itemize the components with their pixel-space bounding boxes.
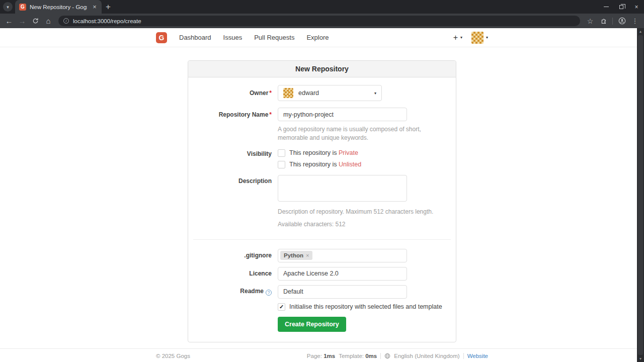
- check-icon: ✓: [279, 304, 284, 310]
- globe-icon: [384, 353, 390, 359]
- visibility-row: Visibility This repository is Private Th…: [193, 149, 451, 168]
- scroll-up-icon[interactable]: ▲: [639, 28, 642, 35]
- nav-item-explore[interactable]: Explore: [300, 34, 335, 41]
- submit-row: Create Repository: [193, 317, 451, 332]
- gogs-favicon-icon: G: [19, 4, 26, 11]
- init-label: Initialise this repository with selected…: [289, 303, 442, 310]
- user-menu-dropdown[interactable]: ▾: [471, 32, 488, 44]
- chevron-down-icon: ▾: [7, 5, 9, 10]
- tab-title: New Repository - Gogs: [30, 4, 87, 10]
- close-button[interactable]: ×: [629, 0, 644, 14]
- caret-down-icon: ▾: [486, 35, 488, 40]
- repo-name-row: Repository Name* A good repository name …: [193, 108, 451, 143]
- page-title: New Repository: [188, 61, 456, 77]
- gitignore-tag: Python ×: [280, 251, 312, 260]
- init-row: ✓ Initialise this repository with select…: [193, 303, 451, 311]
- required-marker: *: [269, 89, 272, 97]
- profile-button[interactable]: [616, 15, 628, 27]
- licence-row: Licence: [193, 267, 451, 281]
- forward-button[interactable]: →: [16, 15, 28, 27]
- gitignore-input[interactable]: Python ×: [278, 249, 407, 262]
- readme-row: Readme?: [193, 285, 451, 299]
- new-repository-panel: New Repository Owner* edward ▾ Repositor…: [188, 60, 456, 342]
- user-avatar: [471, 32, 484, 44]
- scrollbar-thumb[interactable]: [638, 35, 643, 355]
- profile-icon: [618, 17, 626, 25]
- chevron-down-icon: ▾: [374, 91, 376, 96]
- owner-row: Owner* edward ▾: [193, 85, 451, 101]
- page-time: Page: 1ms: [307, 353, 335, 359]
- licence-input[interactable]: [278, 267, 407, 281]
- minimize-icon: [604, 7, 609, 7]
- owner-avatar: [283, 88, 293, 98]
- description-help: Description of repository. Maximum 512 c…: [278, 208, 444, 216]
- gogs-logo-icon[interactable]: G: [156, 32, 167, 43]
- private-option: This repository is Private: [278, 149, 451, 157]
- unlisted-option: This repository is Unlisted: [278, 161, 451, 168]
- restore-button[interactable]: [614, 0, 629, 14]
- unlisted-checkbox[interactable]: [278, 161, 285, 168]
- readme-label: Readme?: [193, 288, 278, 296]
- plus-icon: +: [453, 33, 458, 42]
- reload-icon: [32, 18, 39, 24]
- caret-down-icon: ▾: [460, 35, 462, 40]
- reload-button[interactable]: [29, 15, 41, 27]
- description-textarea[interactable]: [278, 175, 407, 202]
- init-checkbox[interactable]: ✓: [278, 303, 285, 311]
- bookmark-star-button[interactable]: ☆: [584, 15, 596, 27]
- repo-name-input[interactable]: [278, 108, 407, 121]
- unlisted-label: This repository is Unlisted: [289, 161, 361, 168]
- gitignore-row: .gitignore Python ×: [193, 249, 451, 262]
- home-button[interactable]: ⌂: [42, 15, 54, 27]
- gogs-navbar: G Dashboard Issues Pull Requests Explore…: [0, 28, 644, 47]
- scroll-down-icon[interactable]: ▼: [639, 355, 642, 362]
- licence-label: Licence: [193, 270, 278, 277]
- page-content: New Repository Owner* edward ▾ Repositor…: [0, 47, 644, 348]
- required-marker: *: [269, 111, 272, 118]
- private-checkbox[interactable]: [278, 149, 285, 157]
- browser-tabstrip: ▾ G New Repository - Gogs × + ×: [0, 0, 644, 14]
- website-link[interactable]: Website: [467, 353, 488, 359]
- repo-name-label: Repository Name*: [193, 108, 278, 118]
- browser-toolbar: ← → ⌂ i localhost:3000/repo/create ☆: [0, 14, 644, 28]
- restore-icon: [619, 5, 623, 9]
- new-tab-button[interactable]: +: [102, 1, 115, 14]
- browser-tab[interactable]: G New Repository - Gogs ×: [15, 0, 102, 14]
- readme-input[interactable]: [278, 285, 407, 299]
- owner-label: Owner*: [193, 89, 278, 97]
- minimize-button[interactable]: [599, 0, 614, 14]
- footer-divider: [463, 353, 464, 359]
- tab-close-icon[interactable]: ×: [91, 3, 99, 11]
- description-counter: Available characters: 512: [278, 220, 440, 229]
- description-label: Description: [193, 175, 278, 185]
- remove-tag-icon[interactable]: ×: [306, 252, 309, 258]
- create-new-dropdown[interactable]: + ▾: [453, 33, 462, 42]
- nav-item-dashboard[interactable]: Dashboard: [173, 34, 217, 41]
- url-bar[interactable]: i localhost:3000/repo/create: [58, 16, 580, 26]
- create-repository-button[interactable]: Create Repository: [278, 317, 346, 332]
- tab-search-button[interactable]: ▾: [3, 2, 13, 12]
- extensions-button[interactable]: [597, 15, 609, 27]
- back-button[interactable]: ←: [3, 15, 15, 27]
- browser-window: ▾ G New Repository - Gogs × + × ← → ⌂ i …: [0, 0, 644, 362]
- section-divider: [193, 239, 451, 240]
- visibility-label: Visibility: [193, 149, 278, 157]
- gitignore-label: .gitignore: [193, 252, 278, 259]
- extensions-icon: [600, 18, 607, 25]
- url-text: localhost:3000/repo/create: [73, 18, 141, 24]
- owner-select[interactable]: edward ▾: [278, 85, 382, 101]
- toolbar-divider: [612, 18, 613, 25]
- nav-item-pull-requests[interactable]: Pull Requests: [248, 34, 300, 41]
- copyright: © 2025 Gogs: [156, 353, 190, 359]
- language-selector[interactable]: English (United Kingdom): [394, 353, 459, 359]
- repo-name-help: A good repository name is usually compos…: [278, 125, 440, 143]
- browser-menu-button[interactable]: ⋮: [629, 15, 641, 27]
- site-info-icon[interactable]: i: [63, 18, 69, 24]
- help-icon[interactable]: ?: [266, 290, 272, 296]
- footer-divider: [380, 353, 381, 359]
- footer: © 2025 Gogs Page: 1ms Template: 0ms Engl…: [0, 348, 644, 362]
- description-row: Description Description of repository. M…: [193, 175, 451, 229]
- nav-item-issues[interactable]: Issues: [217, 34, 249, 41]
- scrollbar[interactable]: ▲ ▼: [637, 28, 644, 362]
- private-label: This repository is Private: [289, 149, 358, 156]
